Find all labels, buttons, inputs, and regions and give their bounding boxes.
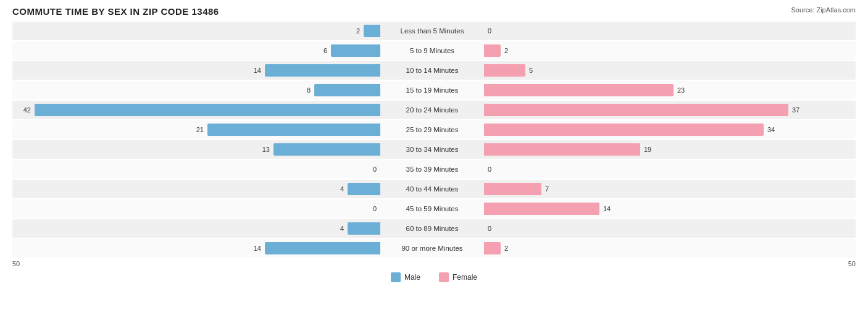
male-bar [348,183,380,195]
female-bar [484,143,640,156]
male-value: 14 [248,245,261,252]
male-value: 14 [248,67,261,74]
table-row: 2Less than 5 Minutes0 [12,22,856,40]
table-row: 045 to 59 Minutes14 [12,199,856,218]
male-value: 13 [256,146,270,153]
male-value: 4 [330,225,344,232]
row-label: 30 to 34 Minutes [383,146,482,153]
male-label: Male [404,273,420,282]
row-label: 5 to 9 Minutes [383,47,482,54]
male-value: 4 [330,185,344,193]
legend-female: Female [439,272,477,282]
row-label: 10 to 14 Minutes [383,67,482,74]
female-value: 19 [644,146,657,153]
male-value: 8 [297,86,311,94]
row-label: 60 to 89 Minutes [383,225,482,232]
table-row: 1490 or more Minutes2 [12,239,856,258]
male-value: 21 [190,126,204,133]
male-bar [364,25,380,37]
female-bar [484,64,525,77]
legend-male: Male [391,272,420,282]
female-value: 0 [488,225,501,232]
axis-row: 50 50 [12,260,856,267]
female-value: 2 [504,245,518,252]
axis-left-label: 50 [12,260,20,267]
table-row: 1330 to 34 Minutes19 [12,140,856,159]
female-value: 14 [603,205,617,212]
chart-wrapper: COMMUTE TIME BY SEX IN ZIP CODE 13486 So… [12,6,856,282]
male-bar [265,64,380,77]
female-bar [484,242,501,254]
table-row: 65 to 9 Minutes2 [12,41,856,60]
table-row: 1410 to 14 Minutes5 [12,61,856,80]
female-swatch [439,272,449,282]
female-bar [484,44,501,57]
male-value: 6 [314,47,327,54]
row-label: 90 or more Minutes [383,245,482,252]
row-label: 15 to 19 Minutes [383,86,482,94]
table-row: 440 to 44 Minutes7 [12,180,856,198]
table-row: 815 to 19 Minutes23 [12,81,856,99]
table-row: 460 to 89 Minutes0 [12,219,856,238]
female-value: 0 [488,27,501,35]
chart-title: COMMUTE TIME BY SEX IN ZIP CODE 13486 [12,6,219,17]
male-value: 0 [363,166,377,173]
row-label: 45 to 59 Minutes [383,205,482,212]
table-row: 035 to 39 Minutes0 [12,160,856,178]
male-bar [314,84,380,96]
male-value: 42 [17,106,31,114]
female-value: 5 [529,67,543,74]
male-bar [348,222,380,235]
table-row: 2125 to 29 Minutes34 [12,120,856,139]
female-value: 7 [545,185,559,193]
female-bar [484,124,764,136]
male-value: 2 [346,27,360,35]
row-label: 25 to 29 Minutes [383,126,482,133]
male-bar [35,104,380,116]
male-swatch [391,272,401,282]
female-bar [484,104,788,116]
row-label: 20 to 24 Minutes [383,106,482,114]
header: COMMUTE TIME BY SEX IN ZIP CODE 13486 So… [12,6,856,17]
male-bar [207,124,380,136]
table-row: 4220 to 24 Minutes37 [12,101,856,119]
male-value: 0 [363,205,377,212]
chart-container: 2Less than 5 Minutes065 to 9 Minutes2141… [12,22,856,258]
female-value: 37 [792,106,806,114]
female-value: 34 [767,126,781,133]
axis-right-label: 50 [848,260,856,267]
female-bar [484,203,599,215]
legend: Male Female [12,272,856,282]
male-bar [331,44,380,57]
source-label: Source: ZipAtlas.com [791,6,856,14]
female-value: 0 [488,166,501,173]
female-bar [484,84,674,96]
male-bar [273,143,380,156]
female-value: 23 [677,86,691,94]
row-label: Less than 5 Minutes [383,27,482,35]
row-label: 40 to 44 Minutes [383,185,482,193]
female-label: Female [453,273,477,282]
female-bar [484,183,541,195]
row-label: 35 to 39 Minutes [383,166,482,173]
female-value: 2 [504,47,518,54]
male-bar [265,242,380,254]
